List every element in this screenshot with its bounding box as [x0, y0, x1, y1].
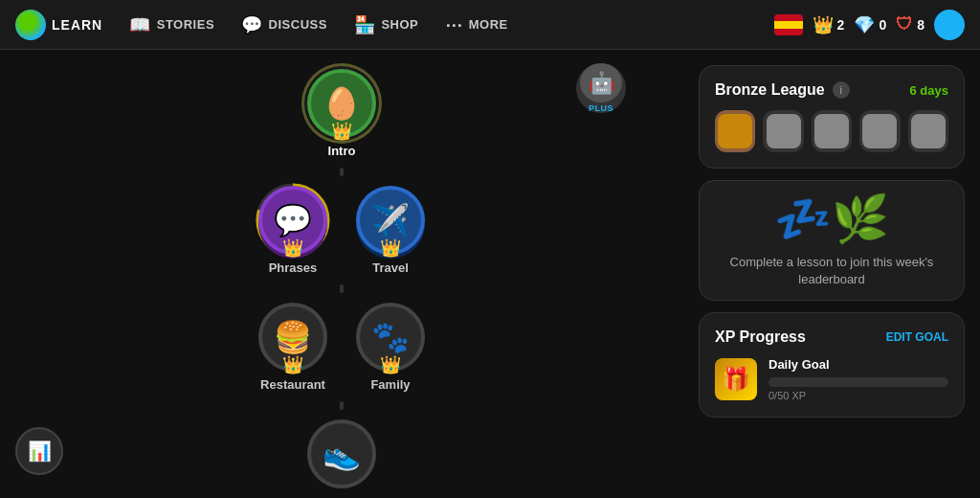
intro-label: Intro	[328, 144, 356, 158]
connector-1	[340, 168, 344, 176]
xp-bar-background	[768, 377, 948, 387]
league-avatar-4[interactable]	[859, 110, 900, 152]
travel-emoji: ✈️	[371, 202, 410, 238]
plus-avatar[interactable]: 🤖 PLUS	[576, 63, 626, 113]
travel-label: Travel	[372, 260, 409, 275]
league-avatar-1[interactable]	[715, 110, 755, 152]
phrases-emoji: 💬	[274, 202, 312, 238]
chart-icon: 📊	[28, 440, 52, 463]
league-avatars	[715, 110, 948, 152]
family-label: Family	[370, 377, 410, 392]
skill-circle-travel: ✈️ 👑	[356, 186, 425, 255]
xp-count: 0/50 XP	[768, 390, 948, 401]
nav-label-shop: SHOP	[381, 17, 418, 32]
nav-item-stories[interactable]: 📖 STORIES	[118, 9, 226, 41]
skill-row-3: 🍔 👑 Restaurant 🐾 👑 Family	[258, 303, 425, 392]
connector-3	[340, 401, 344, 410]
crown-stat[interactable]: 👑 2	[813, 14, 845, 35]
nav-label-stories: STORIES	[157, 17, 214, 32]
family-emoji: 🐾	[371, 319, 410, 355]
phrases-crown: 👑	[282, 238, 303, 259]
league-avatar-inner-3	[814, 114, 849, 148]
connector-2	[340, 284, 344, 293]
sleep-emoji: 💤🌿	[774, 192, 889, 246]
bottom-emoji: 👟	[323, 436, 361, 472]
shop-icon: 🏪	[354, 14, 376, 35]
gem-count: 0	[879, 17, 886, 33]
skill-circle-restaurant: 🍔 👑	[258, 303, 327, 372]
skill-circle-intro: 🥚 👑	[307, 69, 376, 138]
more-icon: ⋯	[445, 14, 463, 35]
league-avatar-inner-2	[767, 114, 801, 148]
shield-icon: 🛡	[896, 14, 913, 34]
skill-node-family[interactable]: 🐾 👑 Family	[356, 303, 425, 392]
stories-icon: 📖	[129, 14, 151, 35]
skill-node-travel[interactable]: ✈️ 👑 Travel	[356, 186, 425, 275]
phrases-wrapper: 💬 👑	[258, 186, 327, 255]
skill-circle-phrases: 💬 👑	[258, 186, 327, 255]
league-days: 6 days	[910, 83, 948, 98]
plus-avatar-face: 🤖	[580, 63, 622, 102]
league-header: Bronze League i 6 days	[715, 81, 948, 99]
league-title: Bronze League	[715, 81, 825, 99]
nav-item-more[interactable]: ⋯ MORE	[434, 9, 520, 41]
daily-goal-label: Daily Goal	[768, 357, 948, 372]
skill-node-bottom[interactable]: 👟	[307, 419, 376, 488]
nav-item-discuss[interactable]: 💬 DISCUSS	[230, 9, 339, 41]
floating-chart-button[interactable]: 📊	[15, 427, 63, 475]
league-avatar-inner-5	[911, 114, 946, 148]
edit-goal-button[interactable]: EDIT GOAL	[886, 330, 948, 344]
skill-circle-family: 🐾 👑	[356, 303, 425, 372]
restaurant-emoji: 🍔	[274, 319, 312, 355]
shield-count: 8	[917, 17, 924, 33]
skill-row-2: 💬 👑 Phrases ✈️ 👑 Travel	[258, 186, 425, 275]
sleep-text: Complete a lesson to join this week's le…	[711, 254, 952, 288]
crown-icon: 👑	[813, 14, 834, 35]
family-crown: 👑	[380, 354, 401, 375]
nav-right: 👑 2 💎 0 🛡 8	[774, 10, 965, 40]
discuss-icon: 💬	[241, 14, 263, 35]
restaurant-label: Restaurant	[260, 377, 325, 392]
nav-label-discuss: DISCUSS	[269, 17, 327, 32]
xp-chest-icon: 🎁	[715, 358, 757, 400]
crown-count: 2	[837, 17, 845, 33]
nav-logo[interactable]: LEARN	[15, 10, 102, 40]
league-avatar-inner-4	[862, 114, 897, 148]
skill-node-phrases[interactable]: 💬 👑 Phrases	[258, 186, 327, 275]
xp-goal-info: Daily Goal 0/50 XP	[768, 357, 948, 401]
right-panel: Bronze League i 6 days	[683, 50, 980, 498]
skill-node-intro[interactable]: 🥚 👑 Intro	[307, 69, 376, 158]
main-layout: 🤖 PLUS 🥚 👑 Intro	[0, 50, 980, 498]
xp-title: XP Progress	[715, 328, 806, 346]
gem-icon: 💎	[854, 14, 875, 35]
league-avatar-3[interactable]	[812, 110, 852, 152]
plus-label: PLUS	[589, 103, 613, 113]
league-avatar-inner-1	[718, 114, 752, 148]
skill-tree-panel: 🤖 PLUS 🥚 👑 Intro	[0, 50, 683, 498]
xp-header: XP Progress EDIT GOAL	[715, 328, 948, 346]
skill-node-restaurant[interactable]: 🍔 👑 Restaurant	[258, 303, 327, 392]
leaderboard-sleep-card: 💤🌿 Complete a lesson to join this week's…	[699, 180, 965, 301]
shield-stat[interactable]: 🛡 8	[896, 14, 924, 34]
info-icon: i	[839, 84, 841, 96]
league-info-button[interactable]: i	[833, 81, 850, 99]
nav-label-more: MORE	[469, 17, 508, 32]
gem-stat[interactable]: 💎 0	[854, 14, 886, 35]
league-avatar-5[interactable]	[908, 110, 948, 152]
nav-item-shop[interactable]: 🏪 SHOP	[343, 9, 430, 41]
duolingo-logo-icon	[15, 10, 46, 40]
skill-tree: 🥚 👑 Intro 💬 👑	[258, 50, 425, 498]
intro-emoji: 🥚	[323, 85, 361, 122]
travel-crown: 👑	[380, 238, 401, 259]
restaurant-crown: 👑	[282, 354, 303, 375]
language-flag-spain[interactable]	[774, 14, 803, 35]
bronze-league-card: Bronze League i 6 days	[699, 65, 965, 169]
xp-progress-card: XP Progress EDIT GOAL 🎁 Daily Goal 0/50 …	[699, 312, 965, 418]
intro-crown: 👑	[331, 121, 352, 142]
skill-circle-bottom: 👟	[307, 419, 376, 488]
league-title-row: Bronze League i	[715, 81, 850, 99]
phrases-label: Phrases	[269, 260, 318, 275]
user-avatar[interactable]	[934, 10, 965, 40]
league-avatar-2[interactable]	[763, 110, 803, 152]
skill-row-4: 👟	[307, 419, 376, 488]
